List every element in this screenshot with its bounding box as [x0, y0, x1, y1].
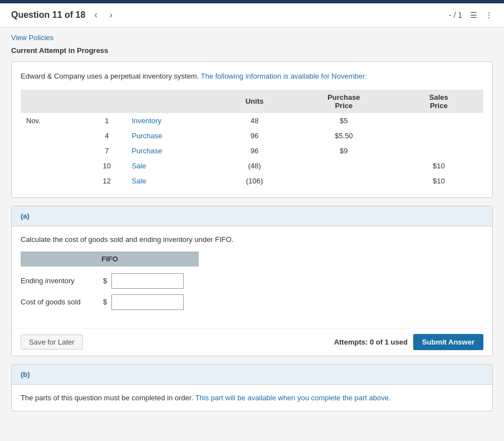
submit-answer-button[interactable]: Submit Answer	[413, 334, 483, 350]
list-icon[interactable]: ☰	[470, 11, 477, 20]
cell-units-4: (48)	[216, 158, 293, 173]
cell-month-4	[21, 158, 87, 173]
cell-type-4: Sale	[126, 158, 215, 173]
table-row: 7 Purchase 96 $9	[21, 143, 483, 158]
table-row: 10 Sale (48) $10	[21, 158, 483, 173]
header: Question 11 of 18 ‹ › - / 1 ☰ ⋮	[0, 3, 504, 27]
score-display: - / 1	[449, 11, 462, 20]
th-empty2	[87, 90, 126, 113]
section-a-content: Calculate the cost of goods sold and end…	[12, 226, 492, 328]
fifo-container: FIFO Ending inventory $ Cost of goods so…	[21, 251, 483, 310]
section-a-instruction: Calculate the cost of goods sold and end…	[21, 235, 483, 244]
ending-inventory-input[interactable]	[111, 273, 184, 289]
section-a-header: (a)	[12, 206, 492, 226]
ending-inventory-row: Ending inventory $	[21, 273, 483, 289]
table-row: 4 Purchase 96 $5.50	[21, 128, 483, 143]
cell-month-5	[21, 173, 87, 188]
part-b-normal-text: The parts of this question must be compl…	[21, 394, 193, 402]
cell-day-5: 12	[87, 173, 126, 188]
cell-units-2: 96	[216, 128, 293, 143]
footer-right: Attempts: 0 of 1 used Submit Answer	[334, 334, 483, 350]
intro-text: Edward & Company uses a perpetual invent…	[21, 72, 199, 80]
th-empty3	[126, 90, 215, 113]
table-row: 12 Sale (106) $10	[21, 173, 483, 188]
save-for-later-button[interactable]: Save for Later	[21, 335, 83, 350]
prev-nav-button[interactable]: ‹	[91, 9, 100, 21]
cell-pp-2: $5.50	[293, 128, 394, 143]
th-units: Units	[216, 90, 293, 113]
cell-sp-1	[394, 113, 483, 128]
cell-day-2: 4	[87, 128, 126, 143]
cell-type-2: Purchase	[126, 128, 215, 143]
th-purchase-price: PurchasePrice	[293, 90, 394, 113]
view-policies-link[interactable]: View Policies	[11, 33, 53, 42]
header-left: Question 11 of 18 ‹ ›	[11, 9, 116, 21]
inventory-table: Units PurchasePrice SalesPrice Nov. 1 In…	[21, 90, 483, 188]
cell-units-3: 96	[216, 143, 293, 158]
cell-month-3	[21, 143, 87, 158]
section-b-header: (b)	[12, 365, 492, 385]
question-title: Question 11 of 18	[11, 10, 85, 20]
cell-units-5: (106)	[216, 173, 293, 188]
section-a-box: (a) Calculate the cost of goods sold and…	[11, 206, 493, 356]
cell-type-3: Purchase	[126, 143, 215, 158]
cell-day-4: 10	[87, 158, 126, 173]
cell-sp-4: $10	[394, 158, 483, 173]
attempts-text: Attempts: 0 of 1 used	[334, 338, 408, 346]
main-content: View Policies Current Attempt in Progres…	[0, 27, 504, 425]
section-b-box: (b) The parts of this question must be c…	[11, 364, 493, 411]
cost-of-goods-dollar: $	[103, 298, 107, 306]
intro-blue-text: The following information is available f…	[201, 72, 367, 80]
cell-pp-4	[293, 158, 394, 173]
cell-units-1: 48	[216, 113, 293, 128]
th-empty1	[21, 90, 87, 113]
cell-sp-5: $10	[394, 173, 483, 188]
cell-pp-5	[293, 173, 394, 188]
cost-of-goods-row: Cost of goods sold $	[21, 294, 483, 310]
cell-type-1: Inventory	[126, 113, 215, 128]
next-nav-button[interactable]: ›	[106, 9, 116, 21]
section-b-content: The parts of this question must be compl…	[12, 385, 492, 411]
cell-type-5: Sale	[126, 173, 215, 188]
current-attempt-label: Current Attempt in Progress	[11, 46, 493, 55]
cell-month-1: Nov.	[21, 113, 87, 128]
table-row: Nov. 1 Inventory 48 $5	[21, 113, 483, 128]
cell-pp-1: $5	[293, 113, 394, 128]
cell-sp-3	[394, 143, 483, 158]
cell-month-2	[21, 128, 87, 143]
cost-of-goods-input[interactable]	[111, 294, 184, 310]
th-sales-price: SalesPrice	[394, 90, 483, 113]
question-intro: Edward & Company uses a perpetual invent…	[21, 71, 483, 82]
header-right: - / 1 ☰ ⋮	[449, 11, 493, 20]
question-box: Edward & Company uses a perpetual invent…	[11, 61, 493, 198]
section-b-text: The parts of this question must be compl…	[21, 394, 483, 402]
ending-inventory-label: Ending inventory	[21, 277, 99, 285]
cell-sp-2	[394, 128, 483, 143]
section-a-footer: Save for Later Attempts: 0 of 1 used Sub…	[12, 328, 492, 356]
more-icon[interactable]: ⋮	[485, 11, 493, 20]
cost-of-goods-label: Cost of goods sold	[21, 298, 99, 306]
fifo-header: FIFO	[21, 251, 199, 266]
cell-day-1: 1	[87, 113, 126, 128]
ending-inventory-dollar: $	[103, 277, 107, 285]
cell-pp-3: $9	[293, 143, 394, 158]
part-b-blue-text: This part will be available when you com…	[195, 394, 390, 402]
cell-day-3: 7	[87, 143, 126, 158]
